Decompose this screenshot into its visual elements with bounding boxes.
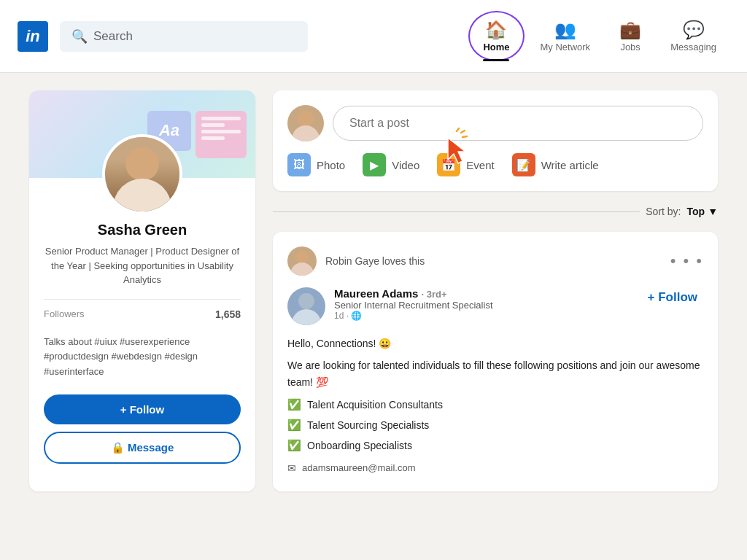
post-action-event[interactable]: 📅 Event bbox=[437, 153, 494, 176]
nav-item-network[interactable]: 👥 My Network bbox=[527, 14, 604, 58]
linkedin-logo[interactable]: in bbox=[18, 21, 48, 52]
profile-avatar bbox=[102, 134, 182, 214]
activity-row: Robin Gaye loves this • • • bbox=[287, 246, 703, 276]
sort-row: Sort by: Top ▼ bbox=[273, 203, 718, 220]
nav-item-messaging[interactable]: 💬 Messaging bbox=[657, 14, 729, 58]
header: in 🔍 Search 🏠 Home 👥 My Network 💼 Jobs 💬… bbox=[0, 0, 747, 73]
nav-label-jobs: Jobs bbox=[620, 42, 640, 52]
followers-label: Followers bbox=[44, 308, 85, 319]
list-item: ✅Talent Sourcing Specialists bbox=[287, 416, 703, 434]
profile-name: Sasha Green bbox=[44, 222, 241, 238]
check-icon: ✅ bbox=[287, 396, 301, 413]
poster-meta: 1d · 🌐 bbox=[334, 311, 633, 321]
poster-info: Maureen Adams · 3rd+ Senior Internal Rec… bbox=[334, 287, 633, 321]
nav-label-home: Home bbox=[483, 42, 509, 52]
right-panel: 🖼 Photo ▶ Video 📅 Event 📝 Write article bbox=[273, 90, 718, 491]
nav-item-jobs[interactable]: 💼 Jobs bbox=[606, 14, 654, 58]
start-post-input[interactable] bbox=[333, 106, 703, 141]
video-label: Video bbox=[392, 159, 419, 171]
profile-stats: Followers 1,658 bbox=[44, 299, 241, 329]
post-line-2: We are looking for talented individuals … bbox=[287, 357, 703, 390]
article-icon: 📝 bbox=[512, 153, 535, 176]
jobs-icon: 💼 bbox=[619, 20, 641, 40]
photo-label: Photo bbox=[317, 159, 345, 171]
video-icon: ▶ bbox=[363, 153, 386, 176]
cover-line-1 bbox=[201, 117, 241, 120]
nav-label-messaging: Messaging bbox=[670, 42, 716, 52]
profile-title: Senior Product Manager | Product Designe… bbox=[44, 244, 241, 287]
check-icon: ✅ bbox=[287, 437, 301, 454]
cover-line-3 bbox=[201, 130, 241, 133]
poster-follow-button[interactable]: + Follow bbox=[642, 287, 703, 308]
check-icon: ✅ bbox=[287, 416, 301, 434]
profile-cover: Aa bbox=[29, 90, 255, 178]
email-text: adamsmaureen@mail.com bbox=[302, 461, 416, 476]
feed-card: Robin Gaye loves this • • • Maureen Adam… bbox=[273, 232, 718, 491]
network-icon: 👥 bbox=[554, 20, 576, 40]
search-placeholder: Search bbox=[93, 29, 133, 44]
event-icon: 📅 bbox=[437, 153, 460, 176]
search-bar[interactable]: 🔍 Search bbox=[60, 21, 308, 52]
home-icon: 🏠 bbox=[485, 20, 507, 40]
nav-item-home[interactable]: 🏠 Home bbox=[468, 11, 524, 61]
post-action-photo[interactable]: 🖼 Photo bbox=[287, 153, 345, 176]
more-options-button[interactable]: • • • bbox=[670, 252, 703, 271]
post-actions: 🖼 Photo ▶ Video 📅 Event 📝 Write article bbox=[287, 153, 703, 176]
poster-name: Maureen Adams · 3rd+ bbox=[334, 287, 633, 300]
poster-title: Senior Internal Recruitment Specialist bbox=[334, 300, 633, 311]
messaging-icon: 💬 bbox=[683, 20, 705, 40]
cover-box-lines bbox=[196, 111, 247, 158]
cover-line-4 bbox=[201, 136, 225, 140]
post-user-avatar bbox=[287, 105, 324, 141]
post-input-row bbox=[287, 105, 703, 141]
poster-avatar[interactable] bbox=[287, 287, 325, 325]
activity-avatar bbox=[287, 246, 317, 276]
activity-text: Robin Gaye loves this bbox=[325, 255, 425, 267]
email-row: ✉ adamsmaureen@mail.com bbox=[287, 460, 703, 476]
post-line-1: Hello, Connections! 😀 bbox=[287, 335, 703, 351]
photo-icon: 🖼 bbox=[287, 153, 311, 176]
list-item: ✅Talent Acquisition Consultants bbox=[287, 396, 703, 413]
poster-row: Maureen Adams · 3rd+ Senior Internal Rec… bbox=[287, 287, 703, 325]
event-label: Event bbox=[466, 159, 494, 171]
logo-text: in bbox=[26, 27, 40, 46]
poster-degree: · 3rd+ bbox=[421, 289, 446, 300]
email-icon: ✉ bbox=[287, 460, 296, 476]
profile-tags: Talks about #uiux #userexperience #produ… bbox=[44, 335, 241, 380]
list-item: ✅Onboarding Specialists bbox=[287, 437, 703, 454]
avatar-image bbox=[105, 137, 179, 211]
post-action-video[interactable]: ▶ Video bbox=[363, 153, 419, 176]
article-label: Write article bbox=[541, 159, 599, 171]
profile-body: Sasha Green Senior Product Manager | Pro… bbox=[29, 178, 255, 478]
message-button[interactable]: 🔒 Message bbox=[44, 432, 241, 464]
profile-card: Aa Sasha Green Senior Product Manager | … bbox=[29, 90, 255, 491]
positions-list: ✅Talent Acquisition Consultants ✅Talent … bbox=[287, 396, 703, 454]
main-nav: 🏠 Home 👥 My Network 💼 Jobs 💬 Messaging bbox=[468, 11, 729, 61]
post-box: 🖼 Photo ▶ Video 📅 Event 📝 Write article bbox=[273, 90, 718, 191]
search-icon: 🔍 bbox=[71, 28, 88, 44]
nav-label-network: My Network bbox=[541, 42, 591, 52]
sort-label: Sort by: bbox=[646, 206, 681, 217]
followers-count: 1,658 bbox=[215, 308, 241, 320]
cover-line-2 bbox=[201, 123, 225, 127]
sort-value[interactable]: Top ▼ bbox=[687, 206, 718, 217]
sort-divider bbox=[273, 211, 640, 212]
post-content: Hello, Connections! 😀 We are looking for… bbox=[287, 335, 703, 477]
main-content: Aa Sasha Green Senior Product Manager | … bbox=[0, 73, 747, 509]
post-action-article[interactable]: 📝 Write article bbox=[512, 153, 599, 176]
follow-button[interactable]: + Follow bbox=[44, 394, 241, 424]
